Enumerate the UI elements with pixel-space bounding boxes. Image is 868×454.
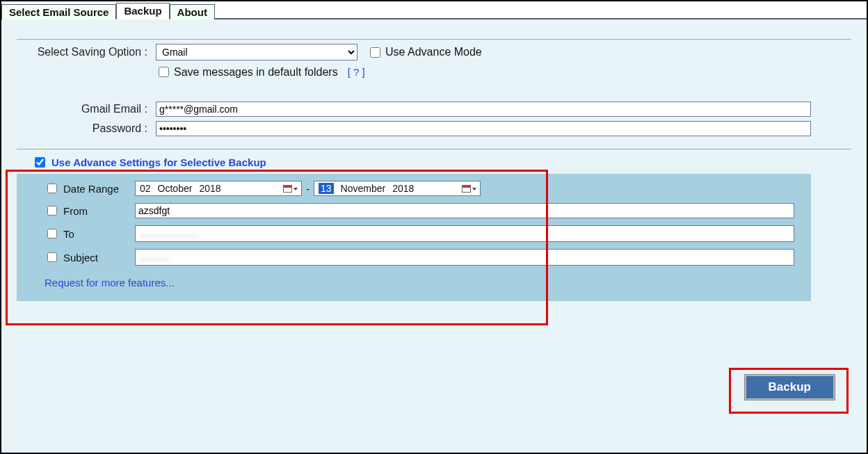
- subject-checkbox[interactable]: [47, 252, 57, 262]
- help-link[interactable]: [ ? ]: [348, 66, 365, 78]
- row-default-folders: Save messages in default folders [ ? ]: [17, 65, 851, 79]
- date-range-checkbox-wrap[interactable]: Date Range: [45, 181, 135, 195]
- advance-settings-header: Use Advance Settings for Selective Backu…: [51, 156, 266, 168]
- subject-label: Subject: [63, 252, 98, 264]
- row-date-range: Date Range 02 October 2018 -: [45, 181, 801, 196]
- to-checkbox[interactable]: [47, 229, 57, 238]
- date-from-month: October: [158, 183, 193, 194]
- date-to-day: 13: [319, 183, 334, 194]
- gmail-email-label: Gmail Email :: [17, 103, 156, 115]
- row-from: From: [45, 203, 801, 218]
- divider: [17, 149, 851, 149]
- tab-about[interactable]: About: [170, 4, 215, 19]
- advance-mode-label: Use Advance Mode: [385, 46, 482, 58]
- date-range-label: Date Range: [63, 183, 119, 195]
- to-checkbox-wrap[interactable]: To: [45, 227, 135, 241]
- date-to-year: 2018: [392, 183, 414, 194]
- date-to-month: November: [341, 183, 386, 194]
- saving-option-select[interactable]: Gmail: [156, 44, 357, 60]
- svg-rect-1: [284, 185, 292, 187]
- tab-select-email-source[interactable]: Select Email Source: [1, 4, 116, 19]
- date-range-checkbox[interactable]: [47, 184, 57, 193]
- divider: [17, 39, 851, 40]
- subject-checkbox-wrap[interactable]: Subject: [45, 250, 135, 264]
- from-input[interactable]: [135, 203, 794, 218]
- backup-button[interactable]: Backup: [745, 375, 835, 400]
- from-label: From: [63, 205, 88, 217]
- calendar-dropdown-icon[interactable]: [283, 184, 298, 193]
- advance-settings-section: Use Advance Settings for Selective Backu…: [17, 155, 851, 301]
- tab-content-backup: Select Saving Option : Gmail Use Advance…: [1, 19, 867, 453]
- tab-backup[interactable]: Backup: [116, 3, 169, 19]
- date-from-day: 02: [140, 183, 151, 194]
- tab-strip: Select Email Source Backup About: [1, 1, 867, 19]
- default-folders-label: Save messages in default folders: [174, 66, 338, 79]
- app-window: Select Email Source Backup About Select …: [0, 0, 868, 454]
- to-input[interactable]: ………………: [135, 225, 794, 242]
- calendar-dropdown-icon[interactable]: [462, 184, 477, 193]
- date-range-dash: -: [306, 183, 310, 195]
- default-folders-checkbox-wrap[interactable]: Save messages in default folders: [156, 65, 338, 79]
- from-checkbox[interactable]: [47, 206, 57, 216]
- default-folders-checkbox[interactable]: [159, 67, 169, 77]
- saving-option-label: Select Saving Option :: [17, 46, 156, 58]
- row-password: Password :: [17, 121, 851, 136]
- date-range-from-picker[interactable]: 02 October 2018: [135, 181, 302, 196]
- to-label: To: [63, 228, 74, 240]
- password-label: Password :: [17, 122, 156, 135]
- advance-settings-checkbox[interactable]: [35, 157, 45, 168]
- svg-rect-3: [463, 185, 471, 187]
- from-checkbox-wrap[interactable]: From: [45, 204, 135, 218]
- row-subject: Subject ………: [45, 249, 801, 266]
- advance-settings-panel: Date Range 02 October 2018 -: [17, 174, 811, 301]
- row-gmail-email: Gmail Email :: [17, 102, 851, 117]
- date-from-year: 2018: [199, 183, 220, 194]
- password-input[interactable]: [156, 121, 811, 136]
- row-saving-option: Select Saving Option : Gmail Use Advance…: [17, 44, 851, 60]
- request-features-link[interactable]: Request for more features...: [45, 277, 175, 289]
- gmail-email-input[interactable]: [156, 102, 811, 117]
- row-to: To ………………: [45, 225, 801, 242]
- advance-mode-checkbox-wrap[interactable]: Use Advance Mode: [367, 45, 482, 60]
- subject-input[interactable]: ………: [135, 249, 794, 266]
- advance-mode-checkbox[interactable]: [370, 47, 380, 58]
- backup-button-wrap: Backup: [745, 375, 835, 400]
- advance-settings-checkbox-wrap[interactable]: Use Advance Settings for Selective Backu…: [17, 155, 851, 170]
- date-range-to-picker[interactable]: 13 November 2018: [314, 181, 481, 196]
